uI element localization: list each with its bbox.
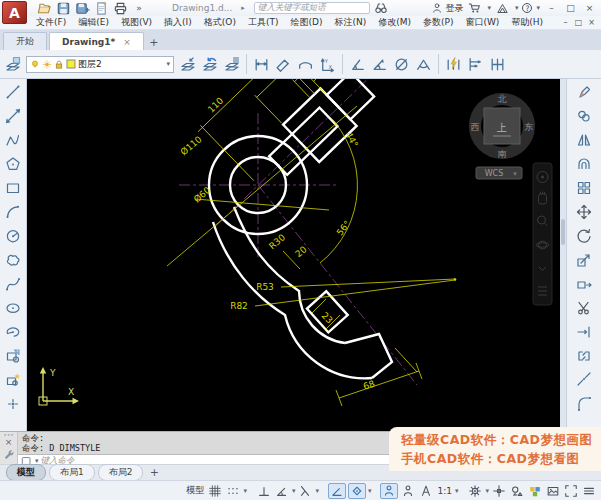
settings-button[interactable] xyxy=(467,483,483,499)
viewcube-west-label[interactable]: 西 xyxy=(471,122,480,132)
fillet-tool-button[interactable] xyxy=(572,392,596,416)
line-tool-button[interactable] xyxy=(1,80,25,104)
a360-button[interactable] xyxy=(495,1,511,15)
wrench-icon[interactable] xyxy=(2,448,15,461)
sheet-button[interactable] xyxy=(93,1,109,15)
layer-previous-button[interactable] xyxy=(199,53,220,76)
tab-layout1[interactable]: 布局1 xyxy=(49,464,95,481)
model-space-label[interactable]: 模型 xyxy=(185,483,205,499)
offset-tool-button[interactable] xyxy=(572,152,596,176)
doc-minimize-button[interactable]: – xyxy=(559,18,572,27)
tab-drawing1[interactable]: Drawing1*× xyxy=(49,32,144,50)
erase-tool-button[interactable] xyxy=(572,80,596,104)
tab-close-icon[interactable]: × xyxy=(123,37,131,47)
new-tab-button[interactable]: + xyxy=(146,34,162,50)
menu-draw[interactable]: 绘图(D) xyxy=(284,16,328,29)
command-grip[interactable]: ••• × xyxy=(0,432,18,464)
point-tool-button[interactable] xyxy=(1,392,25,416)
dim-baseline-button[interactable] xyxy=(465,53,486,76)
dim-quick-button[interactable] xyxy=(443,53,464,76)
menu-modify[interactable]: 修改(M) xyxy=(372,16,417,29)
tab-layout2[interactable]: 布局2 xyxy=(98,464,144,481)
more-tools-button[interactable]: » xyxy=(131,1,147,15)
isodraft-dropdown-icon[interactable]: ▾ xyxy=(315,487,319,495)
menu-view[interactable]: 视图(V) xyxy=(115,16,158,29)
layer-properties-button[interactable] xyxy=(2,53,23,76)
menu-parametric[interactable]: 参数(P) xyxy=(417,16,459,29)
status-menu-button[interactable] xyxy=(581,483,597,499)
save-button[interactable] xyxy=(55,1,71,15)
viewcube-south-label[interactable]: 南 xyxy=(498,149,507,159)
add-layout-button[interactable]: + xyxy=(146,465,162,481)
dim-linear-button[interactable] xyxy=(251,53,272,76)
make-layer-current-button[interactable] xyxy=(177,53,198,76)
open-button[interactable] xyxy=(36,1,52,15)
cart-dropdown-icon[interactable]: ▾ xyxy=(487,4,491,12)
dim-angle-button[interactable] xyxy=(413,53,434,76)
workspace-button[interactable] xyxy=(527,483,543,499)
background-button[interactable] xyxy=(545,483,561,499)
circle-tool-button[interactable] xyxy=(1,224,25,248)
tab-model[interactable]: 模型 xyxy=(6,464,46,481)
drawing-viewport[interactable]: 110 75 45 34 44° 56° Ø110 Ø60 R30 20 R53… xyxy=(27,79,560,431)
polar-toggle[interactable] xyxy=(274,483,290,499)
minimize-button[interactable]: – xyxy=(544,3,559,13)
search-input[interactable]: 键入关键字或短语 xyxy=(254,2,370,14)
menu-dimension[interactable]: 标注(N) xyxy=(328,16,372,29)
close-button[interactable]: × xyxy=(582,3,597,13)
isolate-objects-button[interactable] xyxy=(509,483,525,499)
wcs-label[interactable]: WCS xyxy=(485,169,504,178)
store-button[interactable] xyxy=(467,1,483,15)
a360-dropdown-icon[interactable]: ▾ xyxy=(515,4,519,12)
ellipse-arc-tool-button[interactable] xyxy=(1,320,25,344)
break-tool-button[interactable] xyxy=(572,344,596,368)
dim-angular-button[interactable] xyxy=(369,53,390,76)
navigation-bar[interactable] xyxy=(533,163,552,305)
array-tool-button[interactable] xyxy=(572,176,596,200)
annotation-visibility-toggle[interactable] xyxy=(380,483,398,499)
viewcube[interactable]: 上 北 南 西 东 WCS ▾ xyxy=(471,94,534,179)
join-tool-button[interactable] xyxy=(572,368,596,392)
annotation-scale-toggle[interactable] xyxy=(418,483,434,499)
trim-tool-button[interactable] xyxy=(572,296,596,320)
menu-help[interactable]: 帮助(H) xyxy=(505,16,549,29)
command-close-button[interactable]: × xyxy=(5,438,13,447)
login-button[interactable]: 登录 xyxy=(431,2,463,15)
arc-tool-button[interactable] xyxy=(1,200,25,224)
dim-diameter-button[interactable] xyxy=(391,53,412,76)
osnap-toggle[interactable] xyxy=(348,483,366,499)
rotate-tool-button[interactable] xyxy=(572,224,596,248)
dim-ordinate-button[interactable]: YX xyxy=(317,53,338,76)
viewcube-east-label[interactable]: 东 xyxy=(524,122,534,132)
dim-angular-open-button[interactable] xyxy=(347,53,368,76)
extend-tool-button[interactable] xyxy=(572,320,596,344)
menu-window[interactable]: 窗口(W) xyxy=(459,16,505,29)
ellipse-tool-button[interactable] xyxy=(1,296,25,320)
tab-start[interactable]: 开始 xyxy=(3,32,47,50)
doc-restore-button[interactable]: □ xyxy=(572,18,585,27)
dim-aligned-button[interactable] xyxy=(273,53,294,76)
menu-insert[interactable]: 插入(I) xyxy=(158,16,198,29)
viewcube-north-label[interactable]: 北 xyxy=(498,94,507,104)
copy-tool-button[interactable] xyxy=(572,104,596,128)
settings-dropdown-icon[interactable]: ▾ xyxy=(485,487,489,495)
xline-tool-button[interactable] xyxy=(1,104,25,128)
otrack-toggle[interactable] xyxy=(328,483,346,499)
snap-toggle[interactable] xyxy=(225,483,241,499)
menu-edit[interactable]: 编辑(E) xyxy=(72,16,115,29)
layer-dropdown-icon[interactable]: ▾ xyxy=(166,60,170,68)
spline-tool-button[interactable] xyxy=(1,272,25,296)
make-block-tool-button[interactable] xyxy=(1,368,25,392)
dim-arc-length-button[interactable] xyxy=(295,53,316,76)
help-icon[interactable]: ? xyxy=(522,3,532,13)
doc-close-button[interactable]: × xyxy=(585,18,598,27)
insert-block-tool-button[interactable] xyxy=(1,344,25,368)
right-scroll-gutter[interactable] xyxy=(560,79,566,431)
annotation-scale-value[interactable]: 1:1 xyxy=(436,483,452,499)
save-as-button[interactable] xyxy=(74,1,90,15)
crosshair-button[interactable] xyxy=(491,483,507,499)
print-button[interactable] xyxy=(112,1,128,15)
menu-format[interactable]: 格式(O) xyxy=(198,16,242,29)
viewcube-top-label[interactable]: 上 xyxy=(496,122,507,133)
polar-dropdown-icon[interactable]: ▾ xyxy=(292,487,296,495)
